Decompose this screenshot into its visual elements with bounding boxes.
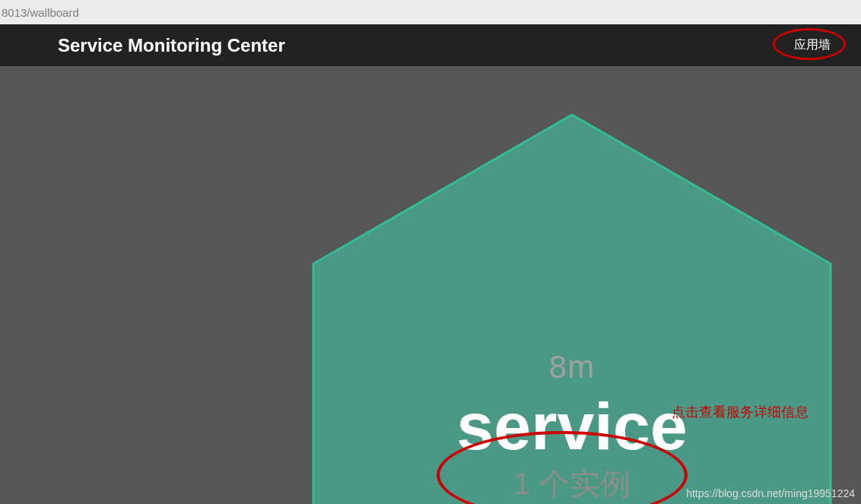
wallboard-area: 8m service 1 个实例 点击查看服务详细信息 https://blog… [0, 66, 861, 504]
nav-link-wrap: 应用墙 [794, 37, 831, 53]
browser-address-bar[interactable]: 8013/wallboard [0, 0, 861, 24]
annotation-text: 点击查看服务详细信息 [672, 403, 809, 421]
url-path: 8013/wallboard [2, 6, 79, 19]
service-hexagon[interactable] [310, 112, 834, 504]
watermark-text: https://blog.csdn.net/ming19951224 [686, 487, 855, 499]
page-title: Service Monitoring Center [58, 35, 285, 56]
wallboard-nav-link[interactable]: 应用墙 [794, 38, 831, 51]
app-header: Service Monitoring Center 应用墙 [0, 24, 861, 66]
hexagon-shape [313, 115, 831, 504]
